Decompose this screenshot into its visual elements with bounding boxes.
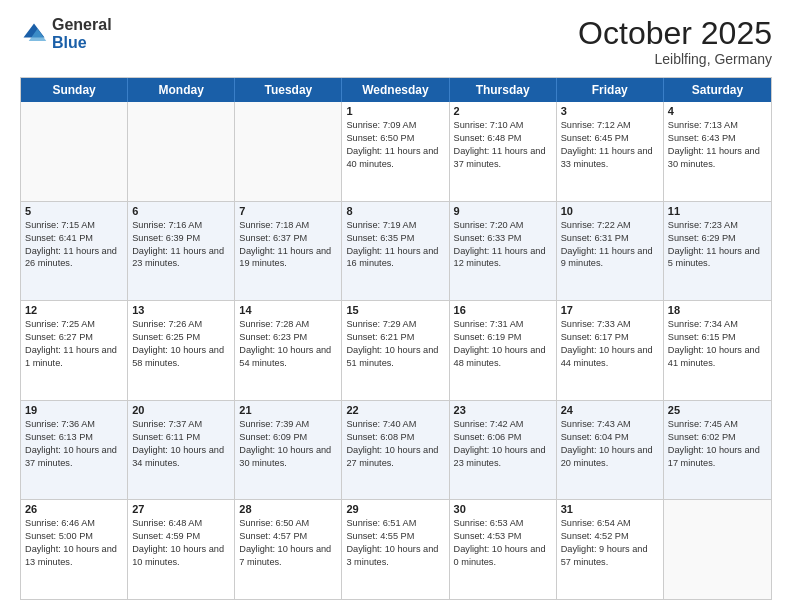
cell-info: Sunrise: 7:13 AM Sunset: 6:43 PM Dayligh… bbox=[668, 119, 767, 171]
cell-info: Sunrise: 7:23 AM Sunset: 6:29 PM Dayligh… bbox=[668, 219, 767, 271]
day-number: 9 bbox=[454, 205, 552, 217]
title-block: October 2025 Leiblfing, Germany bbox=[578, 16, 772, 67]
logo-text: General Blue bbox=[52, 16, 112, 51]
calendar-cell: 1Sunrise: 7:09 AM Sunset: 6:50 PM Daylig… bbox=[342, 102, 449, 201]
calendar-row: 5Sunrise: 7:15 AM Sunset: 6:41 PM Daylig… bbox=[21, 201, 771, 301]
calendar-row: 19Sunrise: 7:36 AM Sunset: 6:13 PM Dayli… bbox=[21, 400, 771, 500]
cell-info: Sunrise: 7:29 AM Sunset: 6:21 PM Dayligh… bbox=[346, 318, 444, 370]
day-number: 25 bbox=[668, 404, 767, 416]
day-number: 13 bbox=[132, 304, 230, 316]
cell-info: Sunrise: 6:51 AM Sunset: 4:55 PM Dayligh… bbox=[346, 517, 444, 569]
day-number: 20 bbox=[132, 404, 230, 416]
day-number: 31 bbox=[561, 503, 659, 515]
calendar: SundayMondayTuesdayWednesdayThursdayFrid… bbox=[20, 77, 772, 600]
calendar-cell: 15Sunrise: 7:29 AM Sunset: 6:21 PM Dayli… bbox=[342, 301, 449, 400]
day-number: 5 bbox=[25, 205, 123, 217]
cell-info: Sunrise: 7:22 AM Sunset: 6:31 PM Dayligh… bbox=[561, 219, 659, 271]
calendar-cell: 25Sunrise: 7:45 AM Sunset: 6:02 PM Dayli… bbox=[664, 401, 771, 500]
calendar-cell: 27Sunrise: 6:48 AM Sunset: 4:59 PM Dayli… bbox=[128, 500, 235, 599]
calendar-cell bbox=[21, 102, 128, 201]
day-number: 16 bbox=[454, 304, 552, 316]
day-number: 21 bbox=[239, 404, 337, 416]
calendar-cell: 26Sunrise: 6:46 AM Sunset: 5:00 PM Dayli… bbox=[21, 500, 128, 599]
day-number: 29 bbox=[346, 503, 444, 515]
weekday-header: Tuesday bbox=[235, 78, 342, 102]
cell-info: Sunrise: 7:28 AM Sunset: 6:23 PM Dayligh… bbox=[239, 318, 337, 370]
calendar-cell: 23Sunrise: 7:42 AM Sunset: 6:06 PM Dayli… bbox=[450, 401, 557, 500]
day-number: 28 bbox=[239, 503, 337, 515]
cell-info: Sunrise: 7:16 AM Sunset: 6:39 PM Dayligh… bbox=[132, 219, 230, 271]
day-number: 2 bbox=[454, 105, 552, 117]
cell-info: Sunrise: 7:12 AM Sunset: 6:45 PM Dayligh… bbox=[561, 119, 659, 171]
day-number: 18 bbox=[668, 304, 767, 316]
day-number: 24 bbox=[561, 404, 659, 416]
cell-info: Sunrise: 6:46 AM Sunset: 5:00 PM Dayligh… bbox=[25, 517, 123, 569]
calendar-body: 1Sunrise: 7:09 AM Sunset: 6:50 PM Daylig… bbox=[21, 102, 771, 599]
cell-info: Sunrise: 7:31 AM Sunset: 6:19 PM Dayligh… bbox=[454, 318, 552, 370]
cell-info: Sunrise: 7:45 AM Sunset: 6:02 PM Dayligh… bbox=[668, 418, 767, 470]
calendar-cell: 18Sunrise: 7:34 AM Sunset: 6:15 PM Dayli… bbox=[664, 301, 771, 400]
calendar-row: 12Sunrise: 7:25 AM Sunset: 6:27 PM Dayli… bbox=[21, 300, 771, 400]
calendar-cell: 24Sunrise: 7:43 AM Sunset: 6:04 PM Dayli… bbox=[557, 401, 664, 500]
day-number: 4 bbox=[668, 105, 767, 117]
calendar-row: 26Sunrise: 6:46 AM Sunset: 5:00 PM Dayli… bbox=[21, 499, 771, 599]
cell-info: Sunrise: 7:18 AM Sunset: 6:37 PM Dayligh… bbox=[239, 219, 337, 271]
weekday-header: Thursday bbox=[450, 78, 557, 102]
logo: General Blue bbox=[20, 16, 112, 51]
logo-icon bbox=[20, 20, 48, 48]
cell-info: Sunrise: 7:26 AM Sunset: 6:25 PM Dayligh… bbox=[132, 318, 230, 370]
day-number: 26 bbox=[25, 503, 123, 515]
day-number: 7 bbox=[239, 205, 337, 217]
day-number: 11 bbox=[668, 205, 767, 217]
weekday-header: Friday bbox=[557, 78, 664, 102]
cell-info: Sunrise: 6:54 AM Sunset: 4:52 PM Dayligh… bbox=[561, 517, 659, 569]
cell-info: Sunrise: 7:40 AM Sunset: 6:08 PM Dayligh… bbox=[346, 418, 444, 470]
day-number: 14 bbox=[239, 304, 337, 316]
calendar-cell: 19Sunrise: 7:36 AM Sunset: 6:13 PM Dayli… bbox=[21, 401, 128, 500]
weekday-header: Monday bbox=[128, 78, 235, 102]
page: General Blue October 2025 Leiblfing, Ger… bbox=[0, 0, 792, 612]
cell-info: Sunrise: 7:09 AM Sunset: 6:50 PM Dayligh… bbox=[346, 119, 444, 171]
day-number: 23 bbox=[454, 404, 552, 416]
calendar-header: SundayMondayTuesdayWednesdayThursdayFrid… bbox=[21, 78, 771, 102]
logo-blue: Blue bbox=[52, 34, 87, 51]
calendar-cell: 9Sunrise: 7:20 AM Sunset: 6:33 PM Daylig… bbox=[450, 202, 557, 301]
day-number: 30 bbox=[454, 503, 552, 515]
day-number: 3 bbox=[561, 105, 659, 117]
cell-info: Sunrise: 7:43 AM Sunset: 6:04 PM Dayligh… bbox=[561, 418, 659, 470]
day-number: 15 bbox=[346, 304, 444, 316]
day-number: 17 bbox=[561, 304, 659, 316]
cell-info: Sunrise: 7:37 AM Sunset: 6:11 PM Dayligh… bbox=[132, 418, 230, 470]
cell-info: Sunrise: 7:19 AM Sunset: 6:35 PM Dayligh… bbox=[346, 219, 444, 271]
day-number: 27 bbox=[132, 503, 230, 515]
calendar-cell bbox=[128, 102, 235, 201]
cell-info: Sunrise: 7:10 AM Sunset: 6:48 PM Dayligh… bbox=[454, 119, 552, 171]
cell-info: Sunrise: 7:42 AM Sunset: 6:06 PM Dayligh… bbox=[454, 418, 552, 470]
calendar-cell: 3Sunrise: 7:12 AM Sunset: 6:45 PM Daylig… bbox=[557, 102, 664, 201]
cell-info: Sunrise: 7:34 AM Sunset: 6:15 PM Dayligh… bbox=[668, 318, 767, 370]
header: General Blue October 2025 Leiblfing, Ger… bbox=[20, 16, 772, 67]
calendar-cell: 11Sunrise: 7:23 AM Sunset: 6:29 PM Dayli… bbox=[664, 202, 771, 301]
logo-general: General bbox=[52, 16, 112, 33]
cell-info: Sunrise: 6:53 AM Sunset: 4:53 PM Dayligh… bbox=[454, 517, 552, 569]
calendar-cell: 29Sunrise: 6:51 AM Sunset: 4:55 PM Dayli… bbox=[342, 500, 449, 599]
calendar-cell: 14Sunrise: 7:28 AM Sunset: 6:23 PM Dayli… bbox=[235, 301, 342, 400]
day-number: 1 bbox=[346, 105, 444, 117]
calendar-cell: 28Sunrise: 6:50 AM Sunset: 4:57 PM Dayli… bbox=[235, 500, 342, 599]
day-number: 19 bbox=[25, 404, 123, 416]
calendar-cell: 2Sunrise: 7:10 AM Sunset: 6:48 PM Daylig… bbox=[450, 102, 557, 201]
calendar-cell: 16Sunrise: 7:31 AM Sunset: 6:19 PM Dayli… bbox=[450, 301, 557, 400]
cell-info: Sunrise: 7:20 AM Sunset: 6:33 PM Dayligh… bbox=[454, 219, 552, 271]
calendar-cell: 8Sunrise: 7:19 AM Sunset: 6:35 PM Daylig… bbox=[342, 202, 449, 301]
cell-info: Sunrise: 7:33 AM Sunset: 6:17 PM Dayligh… bbox=[561, 318, 659, 370]
calendar-cell: 22Sunrise: 7:40 AM Sunset: 6:08 PM Dayli… bbox=[342, 401, 449, 500]
weekday-header: Wednesday bbox=[342, 78, 449, 102]
day-number: 22 bbox=[346, 404, 444, 416]
weekday-header: Saturday bbox=[664, 78, 771, 102]
cell-info: Sunrise: 7:15 AM Sunset: 6:41 PM Dayligh… bbox=[25, 219, 123, 271]
location: Leiblfing, Germany bbox=[578, 51, 772, 67]
cell-info: Sunrise: 6:48 AM Sunset: 4:59 PM Dayligh… bbox=[132, 517, 230, 569]
cell-info: Sunrise: 7:39 AM Sunset: 6:09 PM Dayligh… bbox=[239, 418, 337, 470]
month-title: October 2025 bbox=[578, 16, 772, 51]
calendar-cell: 17Sunrise: 7:33 AM Sunset: 6:17 PM Dayli… bbox=[557, 301, 664, 400]
